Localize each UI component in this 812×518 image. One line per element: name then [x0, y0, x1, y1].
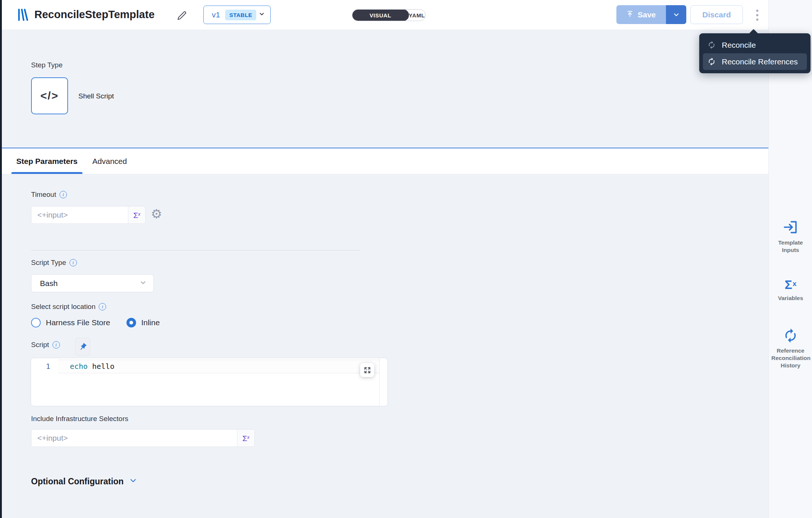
header: ReconcileStepTemplate v1 STABLE VISUAL Y…: [2, 0, 768, 30]
step-type-label: Step Type: [31, 61, 62, 69]
refresh-history-icon: [783, 328, 798, 343]
menu-item-label: Reconcile: [722, 41, 756, 50]
rail-item-label: Variables: [777, 295, 805, 302]
save-split-button: Save: [616, 5, 686, 24]
template-inputs-icon: [782, 219, 799, 235]
info-icon[interactable]: i: [99, 303, 106, 310]
chevron-down-icon: [258, 11, 265, 19]
optional-configuration-toggle[interactable]: Optional Configuration: [31, 476, 138, 487]
chevron-down-icon: [129, 476, 138, 487]
radio-harness-file-store-label[interactable]: Harness File Store: [46, 318, 110, 327]
line-number: 1: [31, 360, 50, 373]
menu-item-label: Reconcile References: [722, 57, 798, 66]
info-icon[interactable]: i: [53, 341, 60, 349]
harness-template-library-icon: [16, 8, 30, 23]
tab-step-parameters[interactable]: Step Parameters: [11, 148, 82, 174]
chevron-down-icon: [139, 279, 147, 288]
discard-label: Discard: [702, 10, 731, 19]
script-location-radio-group: Harness File Store Inline: [31, 318, 160, 327]
reconcile-popup-menu: Reconcile Reconcile References: [699, 33, 811, 73]
upload-icon: [626, 10, 633, 19]
script-type-label: Script Type i: [31, 259, 77, 267]
info-icon[interactable]: i: [60, 191, 67, 198]
script-code-editor[interactable]: 1 echo hello: [31, 358, 388, 406]
pin-icon[interactable]: [75, 338, 90, 356]
radio-harness-file-store[interactable]: [31, 318, 41, 327]
edit-name-pencil-icon[interactable]: [176, 10, 188, 22]
tab-step-parameters-label: Step Parameters: [16, 157, 78, 166]
tab-advanced-label: Advanced: [92, 157, 127, 166]
menu-item-reconcile[interactable]: Reconcile: [703, 37, 807, 53]
radio-inline-label[interactable]: Inline: [141, 318, 160, 327]
script-label: Script i: [31, 341, 60, 349]
right-rail: Template Inputs Σx Variables Reference R…: [768, 0, 812, 518]
script-type-select[interactable]: Bash: [31, 274, 154, 292]
rail-item-label: Template Inputs: [775, 239, 806, 254]
refresh-icon: [707, 57, 716, 66]
toggle-visual[interactable]: VISUAL: [352, 9, 409, 21]
rail-item-label: Reference Reconciliation History: [770, 347, 811, 369]
save-label: Save: [637, 10, 656, 19]
tab-advanced[interactable]: Advanced: [88, 148, 132, 174]
expand-fullscreen-icon[interactable]: [360, 363, 374, 377]
rail-item-template-inputs[interactable]: Template Inputs: [769, 219, 812, 254]
step-type-zone: Step Type </> Shell Script: [2, 30, 768, 148]
code-line: echo hello: [70, 360, 114, 373]
gear-icon[interactable]: ⚙: [151, 208, 162, 220]
save-options-caret[interactable]: [666, 5, 686, 24]
infra-selectors-label: Include Infrastructure Selectors: [31, 415, 128, 423]
timeout-input[interactable]: [31, 206, 128, 223]
version-dropdown[interactable]: v1 STABLE: [203, 6, 271, 24]
visual-yaml-toggle: VISUAL YAML: [352, 9, 426, 21]
script-location-label: Select script location i: [31, 303, 106, 311]
timeout-input-group: Σx: [31, 206, 146, 224]
code-keyword: echo: [70, 362, 88, 371]
save-button[interactable]: Save: [616, 5, 666, 24]
shell-script-step-card[interactable]: </>: [31, 77, 68, 114]
refresh-icon: [707, 41, 716, 49]
radio-inline[interactable]: [126, 318, 136, 327]
template-studio-page: ReconcileStepTemplate v1 STABLE VISUAL Y…: [0, 0, 812, 518]
discard-button[interactable]: Discard: [690, 5, 743, 24]
rail-item-variables[interactable]: Σx Variables: [769, 278, 812, 302]
step-parameters-panel: Timeout i Σx ⚙ Script Type i Bash Select…: [2, 174, 768, 518]
script-type-value: Bash: [40, 279, 58, 288]
rail-item-reference-reconciliation-history[interactable]: Reference Reconciliation History: [769, 328, 812, 369]
expression-input-icon[interactable]: Σx: [237, 430, 254, 447]
editor-scrollbar-track: [379, 358, 380, 406]
active-tab-underline: [11, 172, 82, 174]
optional-configuration-label: Optional Configuration: [31, 477, 124, 487]
toggle-yaml[interactable]: YAML: [409, 10, 426, 21]
info-icon[interactable]: i: [70, 259, 77, 266]
page-title: ReconcileStepTemplate: [34, 9, 155, 21]
version-label: v1: [212, 10, 220, 19]
stable-badge: STABLE: [225, 10, 256, 20]
variables-sigma-icon: Σx: [785, 278, 796, 291]
shell-script-code-icon: </>: [40, 90, 58, 102]
infra-selectors-input[interactable]: [31, 430, 237, 447]
step-type-value: Shell Script: [78, 92, 114, 100]
tab-bar: Step Parameters Advanced: [2, 148, 768, 174]
infra-selectors-input-group: Σx: [31, 429, 255, 447]
more-options-kebab-icon[interactable]: [752, 7, 763, 23]
timeout-label: Timeout i: [31, 191, 67, 199]
field-divider: [31, 250, 360, 250]
expression-input-icon[interactable]: Σx: [128, 206, 145, 223]
menu-item-reconcile-references[interactable]: Reconcile References: [703, 53, 807, 70]
code-text: hello: [92, 362, 114, 371]
